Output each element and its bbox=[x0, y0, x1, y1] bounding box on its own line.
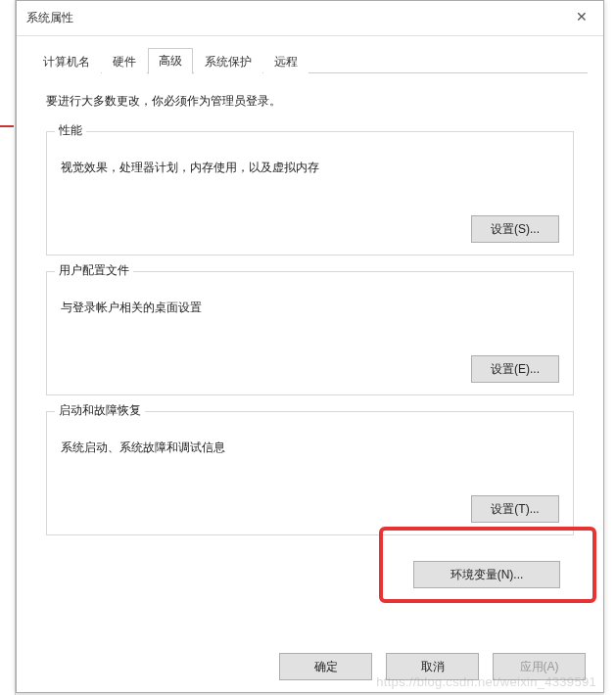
apply-button[interactable]: 应用(A) bbox=[493, 653, 586, 680]
tab-hardware[interactable]: 硬件 bbox=[102, 49, 147, 73]
tab-remote[interactable]: 远程 bbox=[263, 49, 308, 73]
user-profile-group: 用户配置文件 与登录帐户相关的桌面设置 设置(E)... bbox=[46, 271, 574, 395]
admin-required-message: 要进行大多数更改，你必须作为管理员登录。 bbox=[46, 93, 574, 110]
performance-description: 视觉效果，处理器计划，内存使用，以及虚拟内存 bbox=[61, 160, 559, 176]
close-button[interactable]: ✕ bbox=[559, 1, 603, 32]
startup-recovery-legend: 启动和故障恢复 bbox=[55, 402, 145, 419]
close-icon: ✕ bbox=[576, 9, 588, 24]
environment-variables-button[interactable]: 环境变量(N)... bbox=[413, 561, 560, 588]
dialog-footer: 确定 取消 应用(A) bbox=[279, 653, 586, 680]
dialog-title: 系统属性 bbox=[26, 10, 73, 26]
performance-settings-button[interactable]: 设置(S)... bbox=[471, 215, 559, 243]
tab-strip: 计算机名 硬件 高级 系统保护 远程 bbox=[32, 48, 588, 73]
tab-advanced[interactable]: 高级 bbox=[148, 48, 193, 74]
user-profile-description: 与登录帐户相关的桌面设置 bbox=[61, 300, 559, 316]
background-right-strip bbox=[604, 0, 616, 695]
tab-system-protection[interactable]: 系统保护 bbox=[194, 49, 262, 73]
tab-panel-advanced: 要进行大多数更改，你必须作为管理员登录。 性能 视觉效果，处理器计划，内存使用，… bbox=[32, 73, 588, 618]
performance-legend: 性能 bbox=[55, 122, 86, 139]
startup-recovery-description: 系统启动、系统故障和调试信息 bbox=[61, 440, 559, 456]
cancel-button[interactable]: 取消 bbox=[386, 653, 479, 680]
performance-group: 性能 视觉效果，处理器计划，内存使用，以及虚拟内存 设置(S)... bbox=[46, 131, 574, 255]
system-properties-dialog: 系统属性 ✕ 计算机名 硬件 高级 系统保护 远程 要进行大多数更改，你必须作为… bbox=[16, 0, 604, 693]
ok-button[interactable]: 确定 bbox=[279, 653, 372, 680]
tab-computer-name[interactable]: 计算机名 bbox=[32, 49, 101, 73]
user-profile-settings-button[interactable]: 设置(E)... bbox=[471, 355, 559, 383]
background-left-strip bbox=[0, 0, 16, 695]
user-profile-legend: 用户配置文件 bbox=[55, 262, 133, 279]
startup-recovery-settings-button[interactable]: 设置(T)... bbox=[471, 495, 559, 523]
startup-recovery-group: 启动和故障恢复 系统启动、系统故障和调试信息 设置(T)... bbox=[46, 411, 574, 535]
titlebar: 系统属性 ✕ bbox=[17, 1, 603, 36]
